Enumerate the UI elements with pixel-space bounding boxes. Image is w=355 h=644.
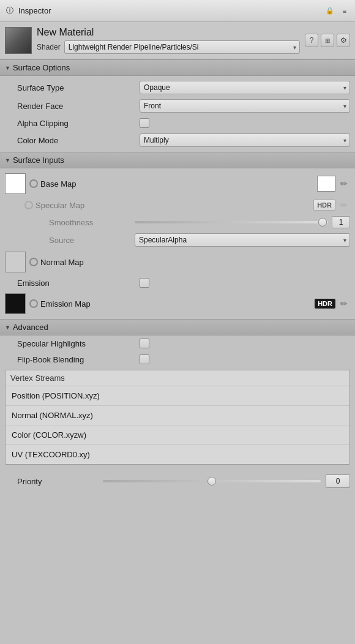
priority-row: Priority 0 xyxy=(0,470,355,493)
flipbook-blending-row: Flip-Book Blending xyxy=(0,351,355,367)
material-info: New Material Shader Lightweight Render P… xyxy=(37,27,300,54)
triangle-icon-2: ▼ xyxy=(5,157,10,163)
render-face-select[interactable]: Front Back Both xyxy=(140,99,350,113)
triangle-icon: ▼ xyxy=(5,65,10,71)
emission-map-thumb[interactable] xyxy=(5,293,26,314)
specular-map-edit-icon[interactable]: ✏ xyxy=(338,199,350,211)
shader-label: Shader xyxy=(37,43,61,51)
surface-inputs-label: Surface Inputs xyxy=(13,155,64,165)
base-map-edit-icon[interactable]: ✏ xyxy=(338,178,350,190)
normal-map-row: Normal Map xyxy=(0,249,355,275)
open-button[interactable]: ⊞ xyxy=(321,34,334,47)
emission-hdr-badge[interactable]: HDR xyxy=(315,299,335,309)
source-select-wrapper: SpecularAlpha BaseAlpha xyxy=(135,233,350,247)
specular-hdr-badge[interactable]: HDR xyxy=(313,200,335,211)
surface-options-label: Surface Options xyxy=(13,63,70,72)
emission-map-controls: Emission Map xyxy=(29,299,315,309)
surface-type-label: Surface Type xyxy=(17,83,140,92)
specular-map-label: Specular Map xyxy=(36,201,84,210)
source-label: Source xyxy=(49,236,135,245)
priority-slider-track[interactable] xyxy=(103,480,321,482)
surface-inputs-header[interactable]: ▼ Surface Inputs xyxy=(0,152,355,168)
emission-map-row: Emission Map HDR ✏ xyxy=(0,291,355,316)
source-select[interactable]: SpecularAlpha BaseAlpha xyxy=(135,233,350,247)
material-name: New Material xyxy=(37,27,300,38)
priority-slider-container: 0 xyxy=(103,474,350,488)
priority-value[interactable]: 0 xyxy=(326,474,350,488)
advanced-section: Specular Highlights Flip-Book Blending V… xyxy=(0,335,355,493)
lock-icon[interactable]: 🔒 xyxy=(324,6,335,17)
emission-label: Emission xyxy=(17,279,140,288)
base-map-thumb[interactable] xyxy=(5,173,26,194)
emission-checkbox[interactable] xyxy=(140,278,149,288)
priority-label: Priority xyxy=(17,477,103,486)
base-map-label: Base Map xyxy=(40,179,77,189)
vertex-stream-position: Position (POSITION.xyz) xyxy=(6,386,349,406)
emission-map-label: Emission Map xyxy=(40,299,91,309)
smoothness-slider-thumb[interactable] xyxy=(318,218,327,227)
inspector-icon: ⓘ xyxy=(5,6,15,16)
render-face-row: Render Face Front Back Both xyxy=(0,97,355,115)
specular-highlights-row: Specular Highlights xyxy=(0,335,355,351)
smoothness-row: Smoothness 1 xyxy=(0,214,355,231)
priority-slider-thumb[interactable] xyxy=(207,477,216,485)
flipbook-blending-checkbox[interactable] xyxy=(140,354,149,364)
vertex-stream-uv: UV (TEXCOORD0.xy) xyxy=(6,445,349,464)
title-bar: ⓘ Inspector 🔒 ≡ xyxy=(0,0,355,22)
source-control: SpecularAlpha BaseAlpha xyxy=(135,233,350,247)
smoothness-slider-track[interactable] xyxy=(135,221,328,223)
base-map-controls: Base Map xyxy=(29,179,317,189)
specular-map-row: Specular Map HDR ✏ xyxy=(0,197,355,214)
specular-highlights-label: Specular Highlights xyxy=(17,339,140,348)
specular-highlights-checkbox[interactable] xyxy=(140,339,149,348)
alpha-clipping-checkbox[interactable] xyxy=(140,118,149,128)
surface-type-control: Opaque Transparent xyxy=(140,81,350,94)
settings-button[interactable]: ⚙ xyxy=(337,34,350,47)
surface-options-section: Surface Type Opaque Transparent Render F… xyxy=(0,76,355,152)
flipbook-blending-control xyxy=(140,354,350,364)
vertex-streams-container: Vertex Streams Position (POSITION.xyz) N… xyxy=(5,370,350,465)
specular-map-controls: Specular Map xyxy=(24,201,313,210)
render-face-control: Front Back Both xyxy=(140,99,350,113)
title-bar-controls: 🔒 ≡ xyxy=(324,6,350,17)
advanced-header[interactable]: ▼ Advanced xyxy=(0,319,355,335)
specular-highlights-control xyxy=(140,339,350,348)
vertex-stream-normal: Normal (NORMAL.xyz) xyxy=(6,406,349,425)
surface-options-header[interactable]: ▼ Surface Options xyxy=(0,59,355,76)
alpha-clipping-control xyxy=(140,118,350,128)
source-row: Source SpecularAlpha BaseAlpha xyxy=(0,231,355,249)
shader-select[interactable]: Lightweight Render Pipeline/Particles/Si xyxy=(64,40,300,54)
emission-map-edit-icon[interactable]: ✏ xyxy=(338,298,350,310)
specular-map-circle-icon xyxy=(24,201,33,209)
render-face-select-wrapper: Front Back Both xyxy=(140,99,350,113)
vertex-stream-color: Color (COLOR.xyzw) xyxy=(6,425,349,445)
material-header-buttons: ? ⊞ ⚙ xyxy=(305,34,350,47)
color-mode-select[interactable]: Multiply Additive Subtractive Overlay Co… xyxy=(140,133,350,147)
base-map-circle-icon xyxy=(29,179,38,188)
normal-map-circle-icon xyxy=(29,258,38,266)
triangle-icon-3: ▼ xyxy=(5,324,10,331)
surface-type-select-wrapper: Opaque Transparent xyxy=(140,81,350,94)
vertex-streams-header: Vertex Streams xyxy=(6,370,349,386)
emission-row: Emission xyxy=(0,275,355,291)
help-button[interactable]: ? xyxy=(305,34,318,47)
normal-map-thumb[interactable] xyxy=(5,252,26,272)
surface-type-row: Surface Type Opaque Transparent xyxy=(0,78,355,97)
emission-control xyxy=(140,278,350,288)
alpha-clipping-label: Alpha Clipping xyxy=(17,119,140,128)
menu-icon[interactable]: ≡ xyxy=(339,6,350,17)
color-mode-label: Color Mode xyxy=(17,136,140,145)
title-bar-title: Inspector xyxy=(18,6,51,15)
advanced-label: Advanced xyxy=(13,323,48,332)
color-mode-select-wrapper: Multiply Additive Subtractive Overlay Co… xyxy=(140,133,350,147)
smoothness-label: Smoothness xyxy=(49,218,135,227)
color-mode-row: Color Mode Multiply Additive Subtractive… xyxy=(0,131,355,149)
shader-row: Shader Lightweight Render Pipeline/Parti… xyxy=(37,40,300,54)
material-preview-thumbnail xyxy=(5,27,32,54)
render-face-label: Render Face xyxy=(17,102,140,111)
base-map-color-swatch[interactable] xyxy=(317,176,335,192)
surface-inputs-section: Base Map ✏ Specular Map HDR ✏ Smoothness… xyxy=(0,168,355,319)
smoothness-control: 1 xyxy=(135,216,350,228)
surface-type-select[interactable]: Opaque Transparent xyxy=(140,81,350,94)
smoothness-value[interactable]: 1 xyxy=(332,216,350,228)
